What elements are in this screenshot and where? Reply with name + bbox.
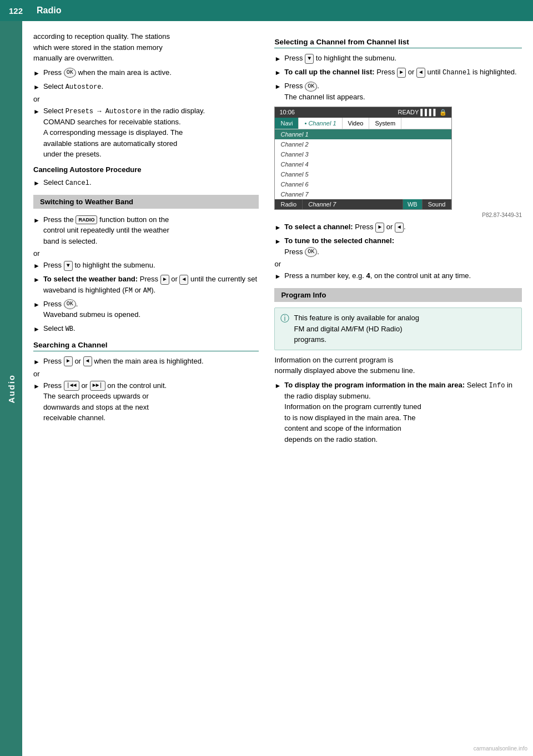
channel-section-title: Selecting a Channel from Channel list <box>274 38 522 48</box>
ch-bullet-6: ► Press a number key, e.g. 4, on the con… <box>274 270 522 281</box>
bullet-arrow: ► <box>33 82 40 92</box>
or-separator-4: or <box>274 260 522 268</box>
ch-bullet-4: ► To select a channel: Press ► or ◄. <box>274 221 522 233</box>
screen-nav-navi: Navi <box>275 118 299 129</box>
bullet-arrow: ► <box>274 82 281 92</box>
screen-ch6: Channel 6 <box>275 179 451 189</box>
screen-topbar: 10:06 READY ▌▌▌▌ 🔒 <box>275 107 451 118</box>
ch-bullet-3: ► Press OK. The channel list appears. <box>274 80 522 102</box>
or-separator-3: or <box>33 370 259 378</box>
radio-button-icon: RADIO <box>76 215 97 225</box>
screen-bottom-radio: Radio <box>275 199 303 209</box>
bullet-arrow: ► <box>33 300 40 310</box>
left-column: according to reception quality. The stat… <box>33 31 272 447</box>
switching-box: Switching to Weather Band <box>33 195 259 209</box>
bullet-arrow: ► <box>33 68 40 78</box>
intro-text: according to reception quality. The stat… <box>33 31 259 64</box>
bullet-ok-active: ► Press OK when the main area is active. <box>33 67 259 78</box>
screen-nav-video: Video <box>343 118 370 129</box>
screen-ch5: Channel 5 <box>275 169 451 179</box>
down-btn-icon: ▼ <box>305 54 314 64</box>
screen-ch7: Channel 7 <box>275 189 451 199</box>
bullet-arrow: ► <box>274 271 281 281</box>
ch-bullet-2: ► To call up the channel list: Press ► o… <box>274 67 522 78</box>
screen-nav-channel1: • Channel 1 <box>299 118 342 129</box>
ok-button-icon: OK <box>64 299 76 309</box>
bullet-cancel: ► Select Cancel. <box>33 177 259 188</box>
page-number: 122 <box>9 6 26 16</box>
page-title: Radio <box>37 6 61 16</box>
bullet-arrow: ► <box>33 357 40 367</box>
bullet-arrow: ► <box>33 261 40 271</box>
bullet-arrow: ► <box>274 68 281 78</box>
sidebar: Audio <box>0 21 22 756</box>
screen-bottom-wb: WB <box>403 199 423 209</box>
searching-title: Searching a Channel <box>33 341 259 351</box>
main-content: according to reception quality. The stat… <box>22 21 533 457</box>
right-sel-icon: ► <box>375 223 384 233</box>
bullet-arrow: ► <box>274 54 281 64</box>
bullet-search-1: ► Press ► or ◄ when the main area is hig… <box>33 356 259 367</box>
bullet-search-2: ► Press |◄◄ or ►►| on the control unit. … <box>33 380 259 424</box>
screen-bottom-row: Radio Channel 7 WB Sound <box>275 199 451 209</box>
screen-ch1: Channel 1 <box>275 129 451 139</box>
right-button-icon: ► <box>160 275 169 285</box>
screen-caption: P82.87-3449-31 <box>274 212 522 218</box>
or-separator-2: or <box>33 249 259 258</box>
bullet-arrow: ► <box>33 381 40 391</box>
bullet-press-ok-wb: ► Press OK. Waveband submeu is opened. <box>33 299 259 320</box>
screen-channel-list: Channel 1 Channel 2 Channel 3 Channel 4 … <box>275 129 451 199</box>
screen-ch4: Channel 4 <box>275 159 451 169</box>
prev-button-icon: |◄◄ <box>64 381 79 391</box>
bullet-arrow: ► <box>274 223 281 233</box>
next-button-icon: ►►| <box>90 381 105 391</box>
bullet-arrow: ► <box>33 215 40 225</box>
sidebar-label: Audio <box>7 374 16 404</box>
left-btn-icon: ◄ <box>83 356 92 366</box>
info-icon: ⓘ <box>280 313 289 325</box>
display-bullet: ► To display the program information in … <box>274 380 522 445</box>
bullet-arrow: ► <box>33 275 40 285</box>
screen-ch2: Channel 2 <box>275 139 451 149</box>
screen-channels: Channel 1 Channel 2 Channel 3 Channel 4 … <box>275 129 451 199</box>
bullet-press-down: ► Press ▼ to highlight the submenu. <box>33 260 259 271</box>
or-separator-1: or <box>33 95 259 103</box>
header-bar: 122 Radio <box>0 0 533 21</box>
ok-tune-icon: OK <box>305 247 317 257</box>
info-box: ⓘ This feature is only available for ana… <box>274 308 522 350</box>
bullet-select-weather-band: ► To select the weather band: Press ► or… <box>33 274 259 296</box>
right-ch-icon: ► <box>397 68 406 78</box>
bullet-arrow: ► <box>33 178 40 188</box>
right-column: Selecting a Channel from Channel list ► … <box>272 31 522 447</box>
left-sel-icon: ◄ <box>395 223 404 233</box>
bullet-arrow: ► <box>274 381 281 391</box>
ch-bullet-5: ► To tune to the selected channel: Press… <box>274 235 522 257</box>
bullet-press-radio: ► Press the RADIO function button on the… <box>33 214 259 247</box>
screen-ch3: Channel 3 <box>275 149 451 159</box>
down-button-icon: ▼ <box>64 261 73 271</box>
ok-ch-icon: OK <box>305 82 317 92</box>
bullet-arrow: ► <box>274 236 281 246</box>
screen-time: 10:06 <box>279 109 295 116</box>
bullet-arrow: ► <box>33 107 40 117</box>
screen-status: READY ▌▌▌▌ 🔒 <box>398 109 447 116</box>
screen-bottom-sound: Sound <box>423 199 452 209</box>
right-btn-icon: ► <box>64 356 73 366</box>
program-info-box: Program Info <box>274 288 522 302</box>
watermark: carmanualsonline.info <box>474 745 527 752</box>
bullet-select-autostore: ► Select Autostore. <box>33 81 259 92</box>
left-ch-icon: ◄ <box>416 68 425 78</box>
left-button-icon: ◄ <box>179 275 188 285</box>
screen-bottom-channel7: Channel 7 <box>303 199 403 209</box>
ok-button-icon: OK <box>64 68 76 78</box>
info-para-1: Information on the current program is no… <box>274 355 522 376</box>
info-text: This feature is only available for analo… <box>294 313 516 345</box>
bullet-arrow: ► <box>33 324 40 334</box>
bullet-presets-autostore: ► Select Presets → Autostore in the radi… <box>33 105 259 160</box>
screen-image: 10:06 READY ▌▌▌▌ 🔒 Navi • Channel 1 Vide… <box>274 107 452 210</box>
ch-bullet-1: ► Press ▼ to highlight the submenu. <box>274 53 522 64</box>
screen-nav-system: System <box>369 118 401 129</box>
canceling-title: Canceling Autostore Procedure <box>33 165 259 174</box>
screen-nav-row: Navi • Channel 1 Video System <box>275 118 451 129</box>
bullet-select-wb: ► Select WB. <box>33 323 259 334</box>
